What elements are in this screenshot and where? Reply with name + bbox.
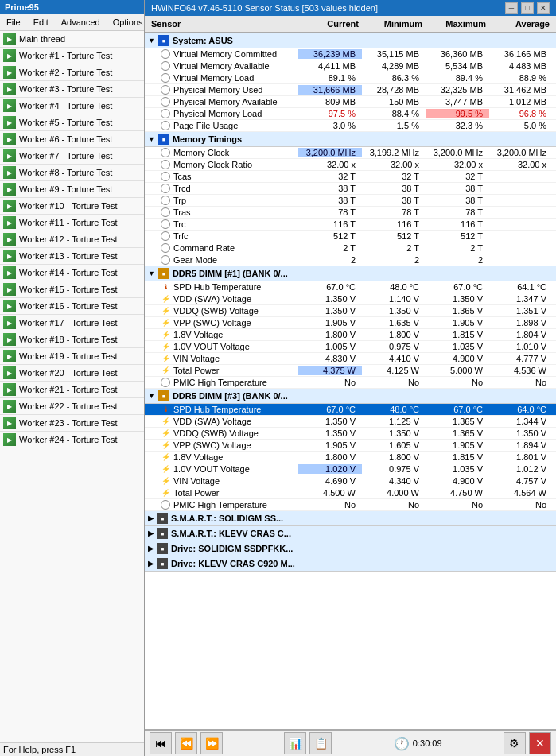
sensor-name-1: ⚡ VDD (SWA) Voltage: [148, 417, 298, 426]
maximize-button[interactable]: □: [521, 2, 534, 14]
sensor-row-ddr5-dimm1-0[interactable]: 🌡 SPD Hub Temperature 67.0 °C 48.0 °C 67…: [145, 281, 556, 293]
menu-edit[interactable]: Edit: [30, 16, 52, 29]
thread-item-4[interactable]: ▶Worker #4 - Torture Test: [0, 98, 144, 114]
thread-item-8[interactable]: ▶Worker #8 - Torture Test: [0, 165, 144, 181]
sensor-row-ddr5-dimm3-2[interactable]: ⚡ VDDQ (SWB) Voltage 1.350 V 1.350 V 1.3…: [145, 428, 556, 440]
thread-item-3[interactable]: ▶Worker #3 - Torture Test: [0, 81, 144, 98]
thread-item-21[interactable]: ▶Worker #21 - Torture Test: [0, 382, 144, 398]
thread-label-17: Worker #17 - Torture Test: [19, 318, 118, 328]
menu-options[interactable]: Options: [110, 16, 146, 29]
sensor-row-ddr5-dimm3-3[interactable]: ⚡ VPP (SWC) Voltage 1.905 V 1.605 V 1.90…: [145, 440, 556, 452]
sensor-row-system-asus-5[interactable]: Physical Memory Load 97.5 % 88.4 % 99.5 …: [145, 108, 556, 120]
footer-btn-next[interactable]: ⏩: [200, 732, 223, 754]
val-average-6: 4.777 V: [489, 354, 553, 363]
thread-item-20[interactable]: ▶Worker #20 - Torture Test: [0, 365, 144, 382]
section-smart-klevv[interactable]: ▶ ■ S.M.A.R.T.: KLEVV CRAS C...: [145, 526, 556, 541]
val-current-2: 1.350 V: [298, 428, 362, 438]
thread-item-5[interactable]: ▶Worker #5 - Torture Test: [0, 114, 144, 131]
sensor-row-memory-timings-3[interactable]: Trcd 38 T 38 T 38 T: [145, 183, 556, 195]
thread-item-16[interactable]: ▶Worker #16 - Torture Test: [0, 298, 144, 315]
sensor-name-0: Virtual Memory Committed: [148, 49, 298, 59]
sensor-name-4: Physical Memory Available: [148, 97, 298, 107]
sensor-row-ddr5-dimm3-1[interactable]: ⚡ VDD (SWA) Voltage 1.350 V 1.125 V 1.36…: [145, 416, 556, 428]
collapse-arrow-drive-solidigm: ▶: [148, 545, 154, 552]
val-maximum-6: 32.3 %: [426, 121, 489, 130]
menu-advanced[interactable]: Advanced: [58, 16, 103, 29]
sensor-row-ddr5-dimm3-4[interactable]: ⚡ 1.8V Voltage 1.800 V 1.800 V 1.815 V 1…: [145, 452, 556, 463]
sensor-row-system-asus-0[interactable]: Virtual Memory Committed 36,239 MB 35,11…: [145, 48, 556, 60]
footer-icon-sensor[interactable]: 📊: [284, 732, 306, 754]
thread-item-17[interactable]: ▶Worker #17 - Torture Test: [0, 315, 144, 331]
section-ddr5-dimm1[interactable]: ▼ ■ DDR5 DIMM [#1] (BANK 0/...: [145, 266, 556, 281]
sensor-row-ddr5-dimm1-2[interactable]: ⚡ VDDQ (SWB) Voltage 1.350 V 1.350 V 1.3…: [145, 305, 556, 317]
sensor-row-ddr5-dimm3-6[interactable]: ⚡ VIN Voltage 4.690 V 4.340 V 4.900 V 4.…: [145, 475, 556, 487]
thread-item-22[interactable]: ▶Worker #22 - Torture Test: [0, 398, 144, 415]
val-minimum-0: 35,115 MB: [362, 49, 426, 59]
thread-item-11[interactable]: ▶Worker #11 - Torture Test: [0, 215, 144, 231]
thread-icon-0: ▶: [3, 33, 16, 45]
thread-item-10[interactable]: ▶Worker #10 - Torture Test: [0, 198, 144, 215]
sensor-row-memory-timings-1[interactable]: Memory Clock Ratio 32.00 x 32.00 x 32.00…: [145, 159, 556, 171]
sensor-row-ddr5-dimm3-5[interactable]: ⚡ 1.0V VOUT Voltage 1.020 V 0.975 V 1.03…: [145, 463, 556, 475]
sensor-row-system-asus-2[interactable]: Virtual Memory Load 89.1 % 86.3 % 89.4 %…: [145, 72, 556, 84]
sensor-row-memory-timings-0[interactable]: Memory Clock 3,200.0 MHz 3,199.2 MHz 3,2…: [145, 147, 556, 159]
sensor-row-ddr5-dimm1-3[interactable]: ⚡ VPP (SWC) Voltage 1.905 V 1.635 V 1.90…: [145, 317, 556, 329]
sensor-row-ddr5-dimm1-7[interactable]: ⚡ Total Power 4.375 W 4.125 W 5.000 W 4.…: [145, 365, 556, 377]
section-memory-timings[interactable]: ▼ ■ Memory Timings: [145, 132, 556, 147]
section-drive-solidigm[interactable]: ▶ ■ Drive: SOLIDIGM SSDPFKK...: [145, 541, 556, 556]
sensor-row-memory-timings-8[interactable]: Command Rate 2 T 2 T 2 T: [145, 242, 556, 254]
sensor-row-memory-timings-7[interactable]: Trfc 512 T 512 T 512 T: [145, 231, 556, 242]
footer-btn-left[interactable]: ⏮: [150, 732, 172, 754]
thread-item-24[interactable]: ▶Worker #24 - Torture Test: [0, 432, 144, 448]
thread-item-6[interactable]: ▶Worker #6 - Torture Test: [0, 131, 144, 148]
thread-item-18[interactable]: ▶Worker #18 - Torture Test: [0, 331, 144, 348]
sensor-row-ddr5-dimm1-6[interactable]: ⚡ VIN Voltage 4.830 V 4.410 V 4.900 V 4.…: [145, 353, 556, 365]
thread-item-1[interactable]: ▶Worker #1 - Torture Test: [0, 48, 144, 64]
thread-label-1: Worker #1 - Torture Test: [19, 51, 112, 60]
sensor-row-ddr5-dimm1-5[interactable]: ⚡ 1.0V VOUT Voltage 1.005 V 0.975 V 1.03…: [145, 341, 556, 353]
val-minimum-2: 32 T: [362, 172, 426, 181]
sensor-row-memory-timings-4[interactable]: Trp 38 T 38 T 38 T: [145, 195, 556, 207]
thread-item-13[interactable]: ▶Worker #13 - Torture Test: [0, 248, 144, 265]
thread-item-0[interactable]: ▶Main thread: [0, 31, 144, 48]
thread-item-12[interactable]: ▶Worker #12 - Torture Test: [0, 231, 144, 248]
sensor-name-0: 🌡 SPD Hub Temperature: [148, 405, 298, 414]
footer-icon-log[interactable]: 📋: [309, 732, 332, 754]
sensor-row-system-asus-4[interactable]: Physical Memory Available 809 MB 150 MB …: [145, 96, 556, 108]
sensor-icon-lightning: ⚡: [161, 354, 170, 363]
sensor-row-ddr5-dimm1-8[interactable]: PMIC High Temperature No No No No: [145, 377, 556, 389]
sensor-row-system-asus-3[interactable]: Physical Memory Used 31,666 MB 28,728 MB…: [145, 84, 556, 96]
thread-item-15[interactable]: ▶Worker #15 - Torture Test: [0, 281, 144, 298]
sensor-row-memory-timings-6[interactable]: Trc 116 T 116 T 116 T: [145, 219, 556, 231]
section-system-asus[interactable]: ▼ ■ System: ASUS: [145, 33, 556, 48]
thread-item-19[interactable]: ▶Worker #19 - Torture Test: [0, 348, 144, 365]
thread-item-9[interactable]: ▶Worker #9 - Torture Test: [0, 181, 144, 198]
section-ddr5-dimm3[interactable]: ▼ ■ DDR5 DIMM [#3] (BANK 0/...: [145, 389, 556, 404]
sensor-row-ddr5-dimm1-4[interactable]: ⚡ 1.8V Voltage 1.800 V 1.800 V 1.815 V 1…: [145, 329, 556, 341]
sensor-name-3: ⚡ VPP (SWC) Voltage: [148, 318, 298, 328]
thread-item-23[interactable]: ▶Worker #23 - Torture Test: [0, 415, 144, 432]
sensor-row-memory-timings-9[interactable]: Gear Mode 2 2 2: [145, 254, 556, 266]
thread-item-7[interactable]: ▶Worker #7 - Torture Test: [0, 148, 144, 165]
sensor-icon-circle: [161, 172, 170, 181]
thread-label-6: Worker #6 - Torture Test: [19, 134, 112, 144]
val-current-7: 4.375 W: [298, 366, 362, 375]
sensor-row-memory-timings-2[interactable]: Tcas 32 T 32 T 32 T: [145, 171, 556, 183]
minimize-button[interactable]: ─: [505, 2, 518, 14]
footer-icon-close[interactable]: ✕: [529, 732, 551, 754]
close-button[interactable]: ✕: [537, 2, 550, 14]
section-smart-solidigm[interactable]: ▶ ■ S.M.A.R.T.: SOLIDIGM SS...: [145, 511, 556, 526]
sensor-row-ddr5-dimm3-8[interactable]: PMIC High Temperature No No No No: [145, 499, 556, 511]
menu-file[interactable]: File: [3, 16, 24, 29]
thread-item-14[interactable]: ▶Worker #14 - Torture Test: [0, 265, 144, 281]
sensor-row-system-asus-6[interactable]: Page File Usage 3.0 % 1.5 % 32.3 % 5.0 %: [145, 120, 556, 132]
sensor-row-ddr5-dimm1-1[interactable]: ⚡ VDD (SWA) Voltage 1.350 V 1.140 V 1.35…: [145, 293, 556, 305]
footer-icon-settings[interactable]: ⚙: [504, 732, 526, 754]
thread-item-2[interactable]: ▶Worker #2 - Torture Test: [0, 64, 144, 81]
sensor-row-memory-timings-5[interactable]: Tras 78 T 78 T 78 T: [145, 207, 556, 219]
footer-btn-prev[interactable]: ⏪: [175, 732, 197, 754]
sensor-row-ddr5-dimm3-7[interactable]: ⚡ Total Power 4.500 W 4.000 W 4.750 W 4.…: [145, 487, 556, 499]
section-drive-klevv[interactable]: ▶ ■ Drive: KLEVV CRAS C920 M...: [145, 556, 556, 572]
sensor-row-system-asus-1[interactable]: Virtual Memory Available 4,411 MB 4,289 …: [145, 60, 556, 72]
sensor-row-ddr5-dimm3-0[interactable]: 🌡 SPD Hub Temperature 67.0 °C 48.0 °C 67…: [145, 404, 556, 416]
